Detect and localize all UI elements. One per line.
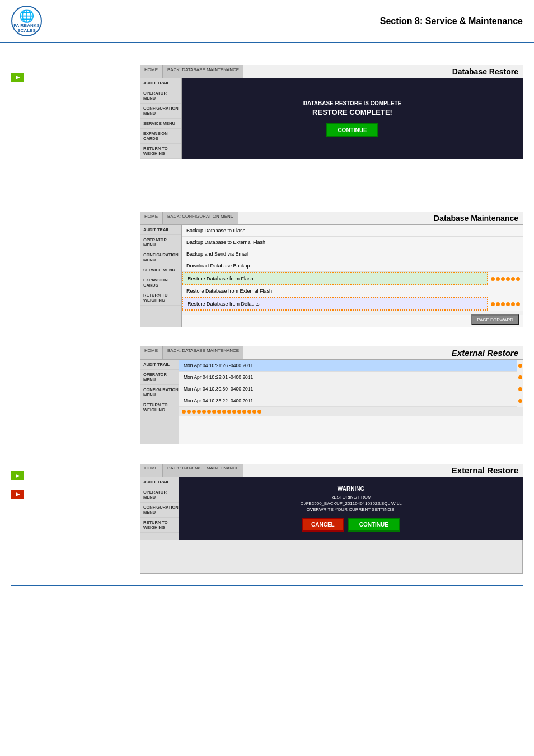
left-labels-3	[11, 346, 134, 444]
red-label-wrap: ▶	[11, 488, 134, 502]
section-warning: ▶ ▶ HOME BACK: DATABASE MAINTENANCE Exte…	[11, 464, 523, 574]
panel3-sidebar-0[interactable]: AUDIT TRAIL	[140, 360, 179, 370]
dots-row-6	[488, 300, 523, 308]
dot3	[501, 277, 505, 281]
panel1-continue-button[interactable]: CONTINUE	[326, 123, 378, 137]
panel4-sidebar-2[interactable]: CONFIGURATION MENU	[140, 503, 179, 518]
panel2-sidebar-1[interactable]: OPERATOR MENU	[140, 235, 181, 250]
panel1-sidebar-item-0[interactable]: AUDIT TRAIL	[140, 78, 181, 88]
panel1-body: AUDIT TRAIL OPERATOR MENU CONFIGURATION …	[140, 78, 523, 159]
panel1-breadcrumb[interactable]: BACK: DATABASE MAINTENANCE	[163, 65, 243, 78]
date-item-3[interactable]: Mon Apr 04 10:35:22 -0400 2011	[179, 395, 517, 407]
panel2-breadcrumb[interactable]: BACK: CONFIGURATION MENU	[163, 212, 238, 224]
date-row-1-wrap: Mon Apr 04 10:22:01 -0400 2011	[179, 372, 523, 383]
dot-r1	[518, 375, 522, 379]
panel4-sidebar-3[interactable]: RETURN TO WEIGHING	[140, 518, 179, 533]
menu-item-6[interactable]: Restore Database from Defaults	[182, 297, 488, 311]
dot12	[516, 302, 520, 306]
panel3-header: HOME BACK: DATABASE MAINTENANCE External…	[140, 346, 523, 360]
dot-r2	[518, 387, 522, 391]
panel4-sidebar-0[interactable]: AUDIT TRAIL	[140, 477, 179, 487]
date-item-1[interactable]: Mon Apr 04 10:22:01 -0400 2011	[179, 372, 517, 383]
menu-item-4-row: Restore Database from Flash	[182, 272, 523, 285]
panel3-sidebar-2[interactable]: CONFIGURATION MENU	[140, 385, 179, 400]
spacer3b	[11, 204, 523, 212]
panel1-sidebar-item-5[interactable]: RETURN TO WEIGHING	[140, 144, 181, 159]
panel2-sidebar-0[interactable]: AUDIT TRAIL	[140, 225, 181, 235]
bdot3	[192, 410, 196, 414]
panel3-nav[interactable]: HOME	[140, 346, 163, 359]
globe-icon: 🌐	[19, 9, 34, 24]
panel3-sidebar-3[interactable]: RETURN TO WEIGHING	[140, 400, 179, 415]
date-row-0-wrap: Mon Apr 04 10:21:26 -0400 2011	[179, 360, 523, 372]
warning-title: WARNING	[338, 486, 364, 492]
panel3-sidebar-1[interactable]: OPERATOR MENU	[140, 370, 179, 385]
panel2-main: Backup Database to Flash Backup Database…	[182, 225, 523, 327]
date-item-2[interactable]: Mon Apr 04 10:30:30 -0400 2011	[179, 383, 517, 395]
panel4-body: AUDIT TRAIL OPERATOR MENU CONFIGURATION …	[140, 477, 523, 540]
dot5	[511, 277, 515, 281]
panel2-header: HOME BACK: CONFIGURATION MENU Database M…	[140, 212, 523, 225]
panel4-footer-space	[140, 540, 523, 574]
restore-status-line1: DATABASE RESTORE IS COMPLETE	[303, 100, 402, 106]
dot-col-0	[517, 363, 523, 369]
menu-item-1[interactable]: Backup Database to External Flash	[182, 237, 523, 248]
bdot5	[202, 410, 206, 414]
menu-item-3[interactable]: Download Database Backup	[182, 260, 523, 272]
dot6	[516, 277, 520, 281]
spacer3	[11, 187, 523, 204]
date-item-0[interactable]: Mon Apr 04 10:21:26 -0400 2011	[179, 360, 517, 372]
panel4-header: HOME BACK: DATABASE MAINTENANCE External…	[140, 464, 523, 477]
panel4-title: External Restore	[243, 464, 523, 477]
panel2-sidebar-2[interactable]: CONFIGURATION MENU	[140, 250, 181, 265]
panel1-sidebar-item-4[interactable]: EXPANSION CARDS	[140, 129, 181, 144]
section-external-restore: HOME BACK: DATABASE MAINTENANCE External…	[11, 346, 523, 444]
panel1-sidebar-item-1[interactable]: OPERATOR MENU	[140, 88, 181, 104]
panel2-title: Database Maintenance	[238, 212, 523, 224]
panel4-wrapper: HOME BACK: DATABASE MAINTENANCE External…	[140, 464, 523, 574]
red-label-icon: ▶	[16, 491, 20, 497]
warning-text: RESTORING FROMD:\FB2550_BACKUP_201104041…	[300, 494, 401, 513]
menu-item-2[interactable]: Backup and Send via Email	[182, 248, 523, 260]
continue-button[interactable]: CONTINUE	[348, 518, 400, 532]
bdot6	[207, 410, 211, 414]
panel2-sidebar: AUDIT TRAIL OPERATOR MENU CONFIGURATION …	[140, 225, 182, 327]
panel2-sidebar-3[interactable]: SERVICE MENU	[140, 265, 181, 275]
panel1-sidebar-item-2[interactable]: CONFIGURATION MENU	[140, 104, 181, 119]
page-forward-button[interactable]: PAGE FORWARD	[471, 314, 519, 325]
bottom-dots-row	[179, 407, 523, 416]
panel3-wrapper: HOME BACK: DATABASE MAINTENANCE External…	[140, 346, 523, 444]
red-label: ▶	[11, 490, 24, 499]
panel2-sidebar-5[interactable]: RETURN TO WEIGHING	[140, 290, 181, 306]
panel1-title: Database Restore	[243, 65, 523, 78]
bdot2	[187, 410, 191, 414]
panel3-breadcrumb[interactable]: BACK: DATABASE MAINTENANCE	[163, 346, 243, 359]
panel1-sidebar-item-3[interactable]: SERVICE MENU	[140, 119, 181, 129]
dot1	[491, 277, 495, 281]
menu-item-4[interactable]: Restore Database from Flash	[182, 272, 488, 285]
spacer1	[11, 49, 523, 65]
dot2	[496, 277, 500, 281]
bottom-divider	[11, 585, 523, 586]
section-title: Section 8: Service & Maintenance	[78, 16, 523, 26]
panel4-breadcrumb[interactable]: BACK: DATABASE MAINTENANCE	[163, 464, 243, 477]
dot4	[506, 277, 510, 281]
section-label: Section 8:	[380, 16, 423, 26]
panel2-sidebar-4[interactable]: EXPANSION CARDS	[140, 275, 181, 290]
dot-r3	[518, 399, 522, 403]
panel1-wrapper: HOME BACK: DATABASE MAINTENANCE Database…	[140, 65, 523, 159]
panel4-nav[interactable]: HOME	[140, 464, 163, 477]
panel2-nav[interactable]: HOME	[140, 212, 163, 224]
date-row-2-wrap: Mon Apr 04 10:30:30 -0400 2011	[179, 383, 523, 395]
panel4-sidebar-1[interactable]: OPERATOR MENU	[140, 487, 179, 503]
cancel-button[interactable]: CANCEL	[302, 518, 344, 532]
panel3-empty	[179, 416, 523, 444]
panel1-nav[interactable]: HOME	[140, 65, 163, 78]
dot10	[506, 302, 510, 306]
menu-item-0[interactable]: Backup Database to Flash	[182, 225, 523, 237]
dot8	[496, 302, 500, 306]
green-label-1: ▶	[11, 73, 24, 82]
panel3-title: External Restore	[243, 346, 523, 359]
left-labels-1: ▶	[11, 65, 134, 159]
menu-item-5[interactable]: Restore Database from External Flash	[182, 285, 523, 297]
